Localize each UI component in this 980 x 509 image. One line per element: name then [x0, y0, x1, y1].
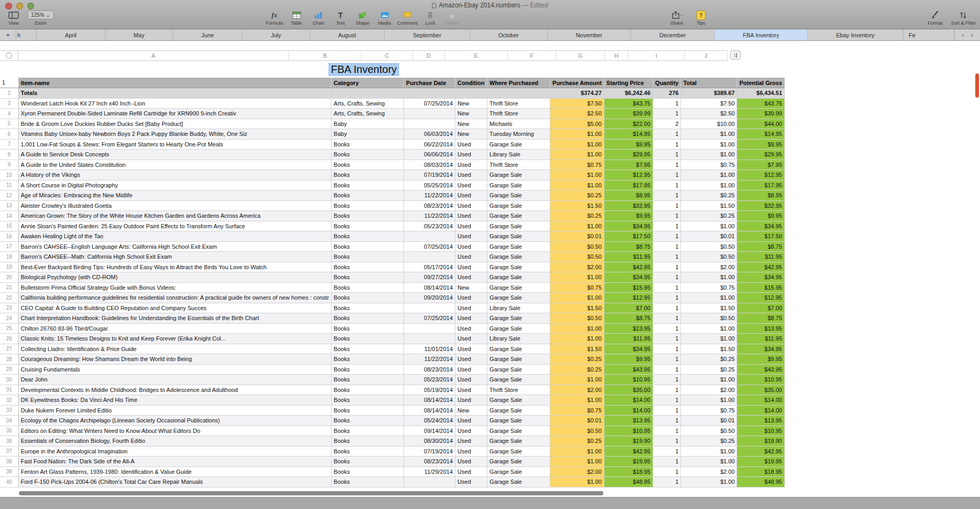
cell-cat[interactable]: Books [332, 364, 404, 375]
cell-gross[interactable]: $42.95 [737, 262, 784, 272]
cell-total[interactable]: $0.50 [681, 313, 737, 324]
sheet-tab-october[interactable]: October [470, 29, 548, 40]
cell-total[interactable]: $1.00 [681, 150, 737, 160]
cell-date[interactable]: 06/22/2014 [404, 139, 455, 150]
cell-gross[interactable]: $42.95 [737, 446, 784, 457]
cell-amt[interactable]: $1.50 [550, 200, 604, 211]
row-number[interactable]: 13 [0, 200, 18, 211]
cell-cond[interactable]: Used [455, 211, 487, 221]
cell-date[interactable]: 08/23/2014 [404, 200, 455, 211]
cell-where[interactable]: Garage Sale [487, 416, 550, 426]
cell-date[interactable]: 11/22/2014 [404, 211, 455, 221]
cell-where[interactable]: Garage Sale [487, 170, 550, 181]
cell-date[interactable] [404, 477, 455, 487]
cell-date[interactable]: 06/06/2014 [404, 150, 455, 160]
cell-name[interactable]: Fast Food Nation: The Dark Side of the A… [18, 457, 332, 467]
column-header-J[interactable]: J [685, 51, 728, 60]
cell-gross[interactable]: $34.95 [737, 272, 784, 283]
cell-date[interactable]: 05/17/2014 [404, 262, 455, 272]
cell-start[interactable]: $8.95 [604, 190, 653, 201]
cell-amt[interactable]: $0.50 [550, 426, 604, 436]
cell-amt[interactable]: $1.00 [550, 375, 604, 385]
cell-total[interactable]: $1.00 [681, 293, 737, 303]
cell-date[interactable]: 11/29/2014 [404, 466, 455, 477]
cell-where[interactable]: Garage Sale [487, 395, 550, 406]
cell-name[interactable]: Cruising Fundamentals [18, 364, 332, 375]
cell-qty[interactable]: 1 [653, 190, 681, 201]
cell-gross[interactable]: $15.95 [737, 282, 784, 293]
cell-start[interactable]: $32.95 [604, 200, 653, 211]
cell-cat[interactable]: Books [332, 436, 404, 447]
cell-gross[interactable]: $8.95 [737, 190, 784, 201]
cell-date[interactable]: 05/19/2014 [404, 385, 455, 395]
row-number[interactable]: 14 [0, 211, 18, 221]
add-column-handle-icon[interactable] [730, 50, 741, 60]
cell-date[interactable]: 07/19/2014 [404, 170, 455, 181]
sheet-tab-november[interactable]: November [548, 29, 631, 40]
cell-name[interactable]: Barron's CAHSEE--Math: California High S… [18, 252, 332, 262]
cell-total[interactable]: $1.00 [681, 395, 737, 406]
cell-name[interactable]: CEO Capital: A Guide to Building CEO Rep… [18, 303, 332, 313]
cell-qty[interactable]: 1 [653, 180, 681, 190]
row-number[interactable]: 18 [0, 252, 18, 262]
cell-amt[interactable]: $1.00 [550, 477, 604, 487]
cell-start[interactable]: $48.95 [604, 477, 653, 487]
cell-date[interactable]: 11/22/2014 [404, 190, 455, 201]
cell-total[interactable]: $1.50 [681, 344, 737, 354]
cell-date[interactable]: 06/03/2014 [404, 129, 455, 140]
cell-start[interactable]: $12.95 [604, 170, 653, 181]
row-number[interactable]: 6 [0, 129, 18, 140]
cell-start[interactable]: $11.95 [604, 252, 653, 262]
cell-qty[interactable]: 1 [653, 129, 681, 140]
row-number[interactable]: 38 [0, 457, 18, 467]
row-number[interactable]: 27 [0, 344, 18, 354]
cell-start[interactable]: $22.00 [604, 119, 653, 129]
cell-cat[interactable]: Arts, Crafts, Sewing [332, 109, 404, 119]
cell-qty[interactable]: 1 [653, 405, 681, 416]
zoom-control[interactable]: 125% ⌄ Zoom [27, 10, 54, 26]
cell-cat[interactable]: Books [332, 385, 404, 395]
cell-where[interactable]: Garage Sale [487, 344, 550, 354]
cell-name[interactable]: Best-Ever Backyard Birding Tips: Hundred… [18, 262, 332, 272]
cell-gross[interactable]: $19.90 [737, 436, 784, 447]
cell-name[interactable]: Wonderart Latch Hook Kit 27 Inch x40 Inc… [18, 98, 332, 109]
cell-start[interactable]: $14.00 [604, 395, 653, 406]
cell-cond[interactable]: Used [455, 293, 487, 303]
cell-name[interactable]: Vitamins Baby Unisex-baby Newborn Boys 2… [18, 129, 332, 140]
cell-gross[interactable]: $10.95 [737, 375, 784, 385]
column-header-H[interactable]: H [605, 51, 629, 60]
cell-total[interactable]: $1.00 [681, 323, 737, 334]
sort-filter-button[interactable]: Sort & Filter [951, 10, 976, 26]
row-number[interactable]: 34 [0, 416, 18, 426]
cell-where[interactable]: Garage Sale [487, 446, 550, 457]
add-sheet-button[interactable]: + [0, 29, 16, 40]
cell-where[interactable]: Garage Sale [487, 241, 550, 252]
cell-total[interactable]: $0.25 [681, 190, 737, 201]
cell-where[interactable]: Garage Sale [487, 262, 550, 272]
cell-amt[interactable]: $2.00 [550, 262, 604, 272]
cell-cat[interactable]: Books [332, 190, 404, 201]
cell-cond[interactable]: New [455, 109, 487, 119]
cell-name[interactable]: Classic Knits: 15 Timeless Designs to Kn… [18, 334, 332, 344]
cell-where[interactable]: Garage Sale [487, 436, 550, 447]
cell-name[interactable]: A Guide to the United States Constitutio… [18, 160, 332, 170]
comment-button[interactable]: Comment [397, 10, 418, 26]
cell-date[interactable]: Purchase Date [404, 78, 455, 88]
cell-amt[interactable]: $1.00 [550, 395, 604, 406]
cell-amt[interactable]: $0.25 [550, 354, 604, 365]
row-number[interactable]: 26 [0, 334, 18, 344]
cell-amt[interactable]: $1.00 [550, 150, 604, 160]
row-number[interactable]: 11 [0, 180, 18, 190]
tips-button[interactable]: ? Tips [691, 10, 710, 26]
cell-qty[interactable]: 1 [653, 385, 681, 395]
cell-qty[interactable]: 1 [653, 200, 681, 211]
cell-gross[interactable]: $34.95 [737, 344, 784, 354]
cell-qty[interactable]: 1 [653, 426, 681, 436]
tab-scroll-right-icon[interactable]: › [971, 31, 973, 39]
cell-total[interactable]: $1.00 [681, 334, 737, 344]
cell-start[interactable]: $7.95 [604, 160, 653, 170]
cell-cat[interactable]: Category [332, 78, 404, 88]
cell-total[interactable]: $1.00 [681, 457, 737, 467]
cell-qty[interactable]: 276 [653, 88, 681, 99]
cell-total[interactable]: $1.00 [681, 129, 737, 140]
